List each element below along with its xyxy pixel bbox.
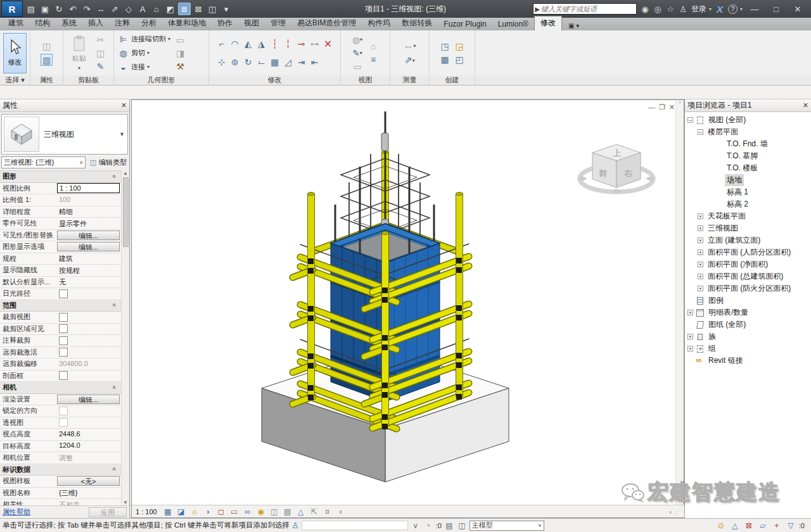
search-icon[interactable]: ◉ bbox=[639, 4, 651, 14]
tree-ceiling-plans[interactable]: 天花板平面 bbox=[686, 210, 811, 222]
tab-systems[interactable]: 系统 bbox=[56, 16, 82, 30]
viewcube[interactable]: 上 前 右 bbox=[577, 144, 656, 194]
split-element-icon[interactable]: ┆ bbox=[269, 38, 281, 50]
property-row[interactable]: 相机 bbox=[0, 382, 121, 394]
properties-close-icon[interactable]: ✕ bbox=[121, 101, 127, 110]
property-row[interactable]: 默认分析显示... 无 bbox=[0, 277, 121, 289]
tree-toggle[interactable] bbox=[698, 274, 703, 279]
default-3d-view-icon[interactable]: ⌂ bbox=[150, 3, 163, 15]
tree-sheets[interactable]: 图纸 (全部) bbox=[686, 319, 811, 331]
redo-icon[interactable]: ↷ bbox=[80, 3, 93, 15]
tree-schedules[interactable]: 明细表/数量 bbox=[686, 307, 811, 319]
ribbon-display-toggle[interactable]: ▣ ▾ bbox=[566, 21, 582, 30]
viewcube-front-label[interactable]: 前 bbox=[599, 168, 607, 178]
aligned-dimension-icon[interactable]: ⇗ bbox=[108, 3, 121, 15]
analytical-model-icon[interactable]: △ bbox=[296, 507, 306, 517]
property-row[interactable]: 注释裁剪 bbox=[0, 335, 121, 347]
open-icon[interactable]: ▤ bbox=[25, 3, 37, 15]
tree-to-footing[interactable]: T.O. 基脚 bbox=[686, 150, 811, 162]
property-row[interactable]: 图形 bbox=[0, 171, 121, 183]
tree-toggle[interactable] bbox=[698, 129, 703, 135]
measure-icon[interactable]: ↔ bbox=[94, 3, 107, 15]
property-row[interactable]: 范围 bbox=[0, 300, 121, 312]
undo-icon[interactable]: ↶ bbox=[67, 3, 79, 15]
tree-revit-links[interactable]: Revit 链接 bbox=[686, 355, 811, 367]
copy-icon[interactable]: ⊚ bbox=[229, 56, 241, 68]
measure-along-element-icon[interactable]: ⇗▾ bbox=[404, 54, 416, 66]
property-row[interactable]: 显示隐藏线 按规程 bbox=[0, 265, 121, 277]
model-canvas[interactable]: 上 前 右 bbox=[132, 100, 684, 505]
measure-between-refs-icon[interactable]: ↔▾ bbox=[404, 40, 416, 52]
modify-tool-button[interactable]: 修改 bbox=[3, 33, 27, 73]
hide-in-view-icon[interactable]: ≡ bbox=[367, 54, 380, 66]
thin-lines-icon[interactable]: ≣ bbox=[178, 3, 191, 15]
viewcube-top-label[interactable]: 上 bbox=[613, 148, 621, 158]
communication-center-icon[interactable]: ◎ bbox=[652, 4, 663, 14]
panel-select-label[interactable]: 选择 ▾ bbox=[0, 75, 30, 85]
property-row[interactable]: 渲染设置 编辑... bbox=[0, 394, 121, 406]
beam-wall-opening-icon[interactable]: ▭ bbox=[174, 34, 186, 46]
tree-to-fnd-wall[interactable]: T.O. Fnd. 墙 bbox=[686, 138, 811, 150]
property-row[interactable]: 比例值 1: 100 bbox=[0, 194, 121, 206]
create-group-icon[interactable]: ◰ bbox=[454, 54, 466, 66]
wall-opening-icon[interactable]: ◨ bbox=[174, 47, 186, 59]
tree-to-slab[interactable]: T.O. 楼板 bbox=[686, 162, 811, 174]
view-scale-button[interactable]: 1 : 100 bbox=[136, 508, 157, 516]
drag-on-selection-icon[interactable]: + bbox=[772, 521, 782, 531]
tab-architecture[interactable]: 建筑 bbox=[3, 16, 29, 30]
worksets-icon[interactable]: ▤ bbox=[444, 521, 454, 531]
property-row[interactable]: 详细程度 精细 bbox=[0, 206, 121, 218]
tree-toggle[interactable] bbox=[698, 213, 703, 219]
property-row[interactable]: 裁剪视图 bbox=[0, 312, 121, 324]
tree-toggle[interactable] bbox=[687, 117, 693, 123]
array-icon[interactable]: ▦ bbox=[269, 56, 281, 68]
tab-analyze[interactable]: 分析 bbox=[136, 16, 162, 30]
worksharing-display-icon[interactable]: ◫ bbox=[269, 507, 279, 517]
tab-insert[interactable]: 插入 bbox=[82, 16, 109, 30]
tree-toggle[interactable] bbox=[687, 334, 693, 339]
create-similar-icon[interactable]: ◲ bbox=[454, 41, 466, 53]
mirror-draw-axis-icon[interactable]: ◮ bbox=[255, 38, 267, 50]
search-go-icon[interactable]: ▶ bbox=[533, 6, 541, 13]
tab-data-convert[interactable]: 数据转换 bbox=[396, 16, 438, 30]
offset-icon[interactable]: ◠ bbox=[229, 38, 241, 50]
tree-toggle[interactable] bbox=[698, 286, 703, 291]
type-selector[interactable]: 三维视图 ▼ bbox=[1, 114, 128, 155]
panel-view-label[interactable]: 视图 bbox=[341, 75, 390, 85]
property-row[interactable]: 透视图 bbox=[0, 417, 121, 429]
property-row[interactable]: 视点高度 2448.6 bbox=[0, 429, 121, 441]
demolish-icon[interactable]: ⚒ bbox=[174, 60, 186, 72]
property-row[interactable]: 规程 建筑 bbox=[0, 253, 121, 265]
property-row[interactable]: 相关性 不相关 bbox=[0, 499, 121, 505]
scale-icon[interactable]: ◿ bbox=[282, 56, 294, 68]
status-chevron-icon[interactable]: ∨ bbox=[411, 521, 421, 531]
tab-goujianwu[interactable]: 构件坞 bbox=[362, 16, 396, 30]
exchange-apps-icon[interactable]: X bbox=[714, 4, 725, 15]
show-crop-region-icon[interactable]: ▭ bbox=[229, 507, 239, 517]
help-dropdown-icon[interactable]: ▾ bbox=[740, 6, 743, 12]
tab-collaborate[interactable]: 协作 bbox=[212, 16, 238, 30]
property-row[interactable]: 视图名称 {三维} bbox=[0, 488, 121, 500]
property-row[interactable]: 远剪裁激活 bbox=[0, 347, 121, 359]
align-icon[interactable]: ⌐ bbox=[215, 38, 227, 50]
property-row[interactable]: 视图样板 <无> bbox=[0, 476, 121, 488]
visual-style-icon[interactable]: ◪ bbox=[176, 507, 186, 517]
tree-legends[interactable]: 图例 bbox=[686, 294, 811, 307]
select-links-icon[interactable]: ⊙ bbox=[716, 521, 726, 531]
temporary-view-properties-icon[interactable]: ▧ bbox=[283, 507, 293, 517]
create-parts-icon[interactable]: ▦ bbox=[439, 54, 451, 66]
cut-to-clipboard-icon[interactable]: ✂ bbox=[94, 34, 106, 46]
tree-toggle[interactable] bbox=[698, 262, 703, 267]
sun-path-icon[interactable]: ☼ bbox=[189, 507, 200, 517]
cut-profile-icon[interactable]: ▭ bbox=[352, 60, 364, 72]
rotate-icon[interactable]: ↻ bbox=[242, 56, 254, 68]
tree-elevations[interactable]: 立面 (建筑立面) bbox=[686, 234, 811, 246]
join-cut-button[interactable]: ⊫ 连接端切割▾ bbox=[117, 33, 170, 46]
tree-site[interactable]: 场地 bbox=[686, 174, 811, 186]
property-row[interactable]: 可见性/图形替换 编辑... bbox=[0, 230, 121, 242]
cut-button[interactable]: ◍ 剪切▾ bbox=[117, 47, 170, 60]
tab-manage[interactable]: 管理 bbox=[265, 16, 291, 30]
join-button[interactable]: ◒ 连接▾ bbox=[117, 61, 170, 73]
reveal-hidden-icon[interactable]: ◉ bbox=[256, 507, 266, 517]
detail-level-icon[interactable]: ▦ bbox=[163, 507, 173, 517]
